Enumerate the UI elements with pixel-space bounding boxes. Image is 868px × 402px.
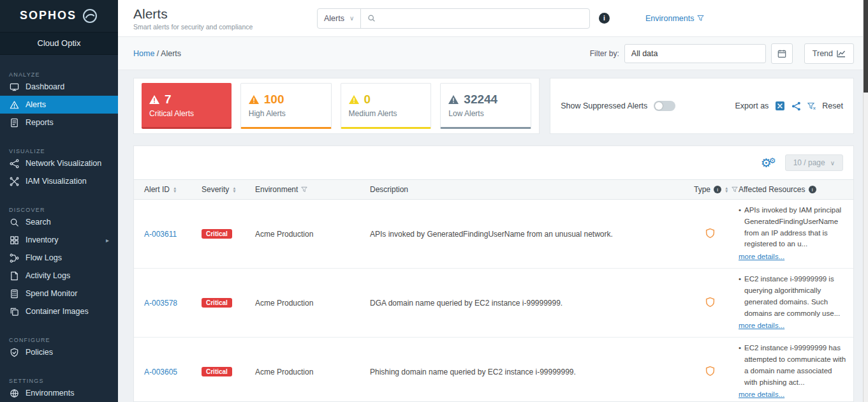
search-scope-select[interactable]: Alerts ∨ — [318, 9, 361, 28]
app-root: SOPHOS Cloud Optix ANALYZE Dashboard Ale… — [0, 0, 868, 402]
sort-icon[interactable]: ▲▼ — [173, 186, 177, 193]
page-title-block: Alerts Smart alerts for security and com… — [133, 6, 302, 31]
filter-funnel-icon[interactable] — [732, 186, 738, 193]
alert-id-link[interactable]: A-003578 — [144, 299, 177, 308]
sidebar-item-network-visualization[interactable]: Network Visualization — [0, 154, 118, 172]
trend-chart-icon — [837, 50, 846, 57]
date-filter-input[interactable] — [624, 44, 766, 63]
content-area: 7 Critical Alerts 100 High Alerts — [118, 70, 863, 402]
scrollbar-thumb[interactable] — [864, 0, 868, 93]
breadcrumb-home-link[interactable]: Home — [133, 49, 154, 58]
filter-by-label: Filter by: — [590, 49, 619, 58]
alerts-table: Alert ID ▲▼ Severity ▲▼ Environment Desc… — [134, 179, 853, 402]
chevron-down-icon: ∨ — [349, 15, 354, 22]
high-alerts-count: 100 — [264, 93, 284, 107]
filter-funnel-icon[interactable] — [301, 186, 307, 193]
network-visualization-icon — [9, 158, 19, 168]
shield-type-icon[interactable] — [705, 297, 716, 308]
environment-cell: Acme Production — [249, 200, 364, 269]
nav-section-label: SETTINGS — [0, 371, 118, 384]
product-name: Cloud Optix — [0, 32, 118, 55]
sidebar-item-spend-monitor[interactable]: Spend Monitor — [0, 285, 118, 302]
breadcrumb-current: Alerts — [161, 49, 181, 58]
page-scrollbar — [863, 0, 868, 402]
low-alerts-tile[interactable]: 32244 Low Alerts — [440, 83, 531, 129]
sidebar-item-label: Environments — [26, 389, 74, 398]
severity-badge: Critical — [202, 229, 232, 239]
page-title: Alerts — [133, 6, 302, 22]
table-settings-gear-icon[interactable]: ⚙⚙ — [761, 157, 776, 169]
sort-icon[interactable]: ▲▼ — [725, 186, 728, 193]
inventory-icon — [9, 235, 19, 245]
shield-type-icon[interactable] — [705, 228, 716, 239]
sidebar-item-alerts[interactable]: Alerts — [0, 96, 118, 114]
trend-button[interactable]: Trend — [804, 43, 854, 64]
info-icon[interactable]: i — [809, 186, 816, 193]
medium-alerts-tile[interactable]: 0 Medium Alerts — [341, 83, 432, 129]
more-details-link[interactable]: more details... — [739, 251, 784, 263]
nav-section-label: CONFIGURE — [0, 331, 118, 343]
iam-visualization-icon — [9, 176, 19, 186]
sidebar-item-label: Flow Logs — [26, 253, 62, 262]
gear-small-icon: ⚙ — [769, 156, 776, 165]
sidebar-item-label: Network Visualization — [26, 159, 101, 168]
export-as-label: Export as — [735, 101, 769, 110]
table-row: A-003578 Critical Acme Production DGA do… — [134, 269, 853, 338]
column-header-type[interactable]: Type i ▲▼ — [688, 180, 732, 200]
alert-summary-card: 7 Critical Alerts 100 High Alerts — [133, 78, 540, 134]
sidebar-item-container-images[interactable]: Container Images — [0, 302, 118, 320]
filter-controls: Filter by: Trend — [590, 43, 854, 64]
low-alerts-label: Low Alerts — [448, 109, 523, 118]
calendar-button[interactable] — [771, 43, 793, 64]
table-row: A-003605 Critical Acme Production Phishi… — [134, 338, 853, 402]
column-header-alert-id[interactable]: Alert ID ▲▼ — [134, 180, 195, 200]
page-size-select[interactable]: 10 / page ∨ — [785, 154, 843, 171]
sidebar-item-search[interactable]: Search — [0, 213, 118, 231]
info-icon[interactable]: i — [599, 13, 610, 24]
sidebar-item-environments[interactable]: Environments — [0, 384, 118, 402]
warning-triangle-icon — [249, 95, 259, 104]
shield-type-icon[interactable] — [705, 366, 716, 376]
column-header-severity[interactable]: Severity ▲▼ — [195, 180, 249, 200]
reset-label[interactable]: Reset — [822, 101, 843, 110]
reset-filter-icon[interactable] — [807, 102, 816, 110]
alert-id-link[interactable]: A-003605 — [144, 368, 177, 376]
environments-filter-link[interactable]: Environments — [645, 14, 704, 23]
sort-icon[interactable]: ▲▼ — [232, 186, 236, 193]
bullet-icon: • — [739, 274, 741, 319]
column-header-environment[interactable]: Environment — [249, 180, 364, 200]
severity-badge: Critical — [202, 367, 232, 376]
search-box — [361, 9, 589, 28]
sidebar-item-inventory[interactable]: Inventory ▸ — [0, 231, 118, 249]
high-alerts-tile[interactable]: 100 High Alerts — [240, 83, 332, 129]
suppressed-alerts-toggle[interactable] — [654, 101, 675, 111]
info-icon[interactable]: i — [714, 186, 721, 193]
calendar-icon — [777, 49, 786, 58]
reports-icon — [9, 117, 19, 128]
sidebar-item-policies[interactable]: Policies — [0, 343, 118, 361]
sidebar-item-label: Dashboard — [26, 82, 64, 91]
search-input[interactable] — [381, 14, 583, 23]
sidebar-item-label: Policies — [26, 348, 53, 357]
export-excel-icon[interactable] — [775, 101, 785, 111]
critical-alerts-tile[interactable]: 7 Critical Alerts — [142, 83, 232, 129]
sidebar-item-activity-logs[interactable]: Activity Logs — [0, 267, 118, 285]
sidebar-item-flow-logs[interactable]: Flow Logs — [0, 249, 118, 267]
alert-id-link[interactable]: A-003611 — [144, 230, 177, 239]
share-icon[interactable] — [791, 101, 801, 111]
spend-monitor-icon — [9, 288, 19, 299]
more-details-link[interactable]: more details... — [739, 389, 784, 401]
activity-logs-icon — [9, 271, 19, 281]
environments-link-label: Environments — [645, 14, 694, 23]
more-details-link[interactable]: more details... — [739, 320, 784, 332]
policies-icon — [9, 347, 19, 357]
sidebar-item-dashboard[interactable]: Dashboard — [0, 78, 118, 96]
bullet-icon: • — [739, 205, 741, 250]
sidebar-item-iam-visualization[interactable]: IAM Visualization — [0, 172, 118, 190]
table-controls-card: Show Suppressed Alerts Export as Reset — [550, 78, 854, 134]
sidebar-item-reports[interactable]: Reports — [0, 114, 118, 131]
sidebar-item-label: Container Images — [26, 307, 89, 316]
description-cell: Phishing domain name queried by EC2 inst… — [364, 338, 688, 402]
chevron-down-icon: ∨ — [830, 160, 835, 167]
chevron-right-icon: ▸ — [106, 237, 109, 244]
